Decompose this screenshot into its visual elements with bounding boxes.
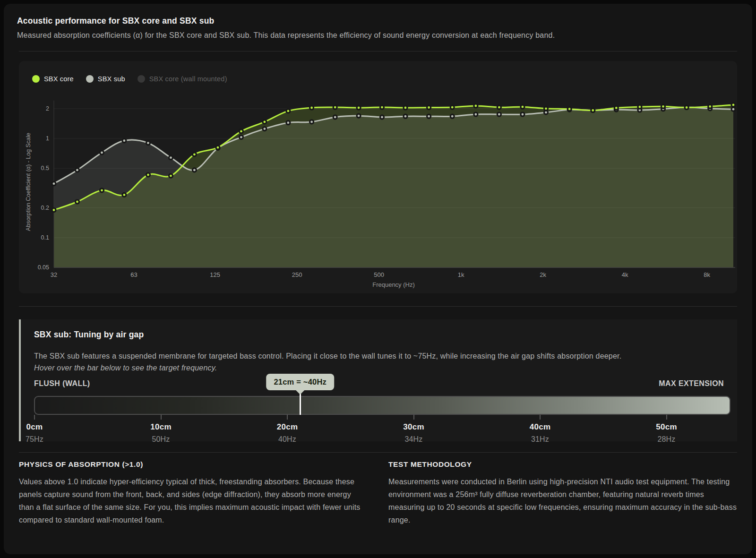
point-sbx-core[interactable]: [731, 103, 735, 107]
point-sbx-core[interactable]: [708, 104, 712, 108]
point-sbx-sub[interactable]: [263, 127, 266, 131]
point-sbx-core[interactable]: [357, 106, 361, 110]
point-sbx-sub[interactable]: [333, 115, 337, 119]
point-sbx-sub[interactable]: [521, 112, 524, 116]
point-sbx-core[interactable]: [286, 109, 290, 113]
scale-hz-label: 50Hz: [150, 435, 172, 444]
scale-tick: [666, 415, 667, 420]
legend-label: SBX core: [44, 75, 74, 83]
point-sbx-core[interactable]: [450, 105, 454, 109]
point-sbx-core[interactable]: [614, 106, 618, 110]
legend-label: SBX sub: [98, 75, 125, 83]
page-subtitle: Measured absorption coefficients (α) for…: [17, 31, 739, 40]
legend-label: SBX core (wall mounted): [149, 75, 227, 83]
scale-cm-label: 30cm: [403, 422, 424, 432]
point-sbx-sub[interactable]: [310, 120, 314, 124]
point-sbx-sub[interactable]: [146, 141, 150, 145]
point-sbx-core[interactable]: [638, 105, 642, 109]
scale-hz-label: 31Hz: [530, 435, 551, 444]
air-gap-bar-wrap: 21cm = ~40Hz: [34, 396, 724, 415]
area-sbx-sub: [54, 107, 733, 267]
x-tick-label: 125: [210, 271, 220, 278]
point-sbx-core[interactable]: [497, 105, 501, 109]
methodology-column: TEST METHODOLOGY Measurements were condu…: [388, 460, 737, 526]
point-sbx-sub[interactable]: [731, 107, 735, 111]
methodology-heading: TEST METHODOLOGY: [388, 460, 737, 469]
absorption-chart: 210.50.20.10.0532631252505001k2k4k8kFreq…: [19, 92, 741, 293]
legend-item-sbx-sub[interactable]: SBX sub: [86, 75, 125, 83]
point-sbx-sub[interactable]: [192, 168, 196, 172]
air-gap-slider: FLUSH (WALL) MAX EXTENSION 21cm = ~40Hz …: [34, 379, 724, 442]
point-sbx-core[interactable]: [404, 106, 407, 110]
x-tick-label: 8k: [704, 271, 710, 278]
point-sbx-core[interactable]: [76, 200, 79, 204]
point-sbx-core[interactable]: [100, 189, 104, 192]
y-tick-label: 1: [46, 135, 49, 142]
point-sbx-core[interactable]: [146, 173, 150, 177]
air-gap-tooltip: 21cm = ~40Hz: [266, 374, 334, 390]
physics-column: PHYSICS OF ABSORPTION (>1.0) Values abov…: [19, 460, 368, 526]
point-sbx-core[interactable]: [567, 107, 571, 111]
point-sbx-core[interactable]: [685, 106, 688, 110]
point-sbx-core[interactable]: [52, 208, 56, 212]
point-sbx-sub[interactable]: [497, 112, 501, 116]
point-sbx-sub[interactable]: [427, 114, 431, 118]
point-sbx-sub[interactable]: [474, 112, 478, 116]
point-sbx-core[interactable]: [216, 146, 220, 149]
point-sbx-sub[interactable]: [357, 114, 361, 118]
point-sbx-core[interactable]: [240, 129, 243, 133]
x-tick-label: 2k: [540, 271, 546, 278]
absorption-chart-panel: SBX core SBX sub SBX core (wall mounted)…: [19, 61, 737, 293]
point-sbx-core[interactable]: [380, 105, 384, 109]
point-sbx-core[interactable]: [521, 105, 524, 109]
point-sbx-sub[interactable]: [286, 121, 290, 125]
point-sbx-sub[interactable]: [404, 114, 407, 118]
tuning-heading: SBX sub: Tuning by air gap: [34, 330, 724, 340]
y-tick-label: 0.1: [41, 234, 49, 241]
point-sbx-core[interactable]: [474, 104, 478, 108]
methodology-body: Measurements were conducted in Berlin us…: [388, 475, 737, 526]
point-sbx-core[interactable]: [427, 106, 431, 110]
y-tick-label: 0.5: [41, 165, 49, 172]
point-sbx-core[interactable]: [662, 104, 665, 108]
point-sbx-core[interactable]: [310, 106, 314, 110]
point-sbx-sub[interactable]: [169, 156, 173, 160]
scale-mark-30cm: 30cm34Hz: [403, 422, 424, 444]
scale-cm-label: 50cm: [656, 422, 677, 432]
x-tick-label: 1k: [458, 271, 464, 278]
point-sbx-sub[interactable]: [240, 135, 243, 139]
point-sbx-sub[interactable]: [100, 151, 104, 155]
scale-mark-20cm: 20cm40Hz: [277, 422, 298, 444]
point-sbx-core[interactable]: [544, 107, 548, 111]
point-sbx-sub[interactable]: [122, 139, 126, 143]
x-tick-label: 63: [130, 271, 137, 278]
point-sbx-core[interactable]: [192, 153, 196, 156]
tuning-hover-hint: Hover over the bar below to see the targ…: [34, 362, 724, 374]
point-sbx-core[interactable]: [263, 120, 266, 124]
scale-cm-label: 20cm: [277, 422, 298, 432]
legend-item-sbx-core-wall-mounted[interactable]: SBX core (wall mounted): [137, 75, 227, 83]
point-sbx-core[interactable]: [169, 174, 173, 178]
scale-hz-label: 40Hz: [277, 435, 298, 444]
x-tick-label: 4k: [622, 271, 628, 278]
info-columns: PHYSICS OF ABSORPTION (>1.0) Values abov…: [19, 452, 737, 526]
point-sbx-sub[interactable]: [450, 114, 454, 118]
chart-legend: SBX core SBX sub SBX core (wall mounted): [32, 74, 737, 84]
legend-item-sbx-core[interactable]: SBX core: [32, 75, 74, 83]
legend-dot-icon: [86, 75, 94, 83]
point-sbx-core[interactable]: [591, 109, 595, 112]
point-sbx-sub[interactable]: [76, 168, 79, 172]
y-axis-title: Absorption Coefficient (α) - Log Scale: [25, 133, 32, 231]
physics-body: Values above 1.0 indicate hyper-efficien…: [19, 475, 368, 526]
scale-tick: [161, 415, 162, 420]
air-gap-gradient-bar[interactable]: [34, 396, 730, 415]
scale-hz-label: 75Hz: [26, 435, 43, 444]
point-sbx-core[interactable]: [333, 105, 337, 109]
scale-tick: [287, 415, 288, 420]
point-sbx-core[interactable]: [122, 193, 126, 197]
max-extension-label: MAX EXTENSION: [659, 379, 724, 389]
point-sbx-sub[interactable]: [52, 182, 56, 186]
point-sbx-sub[interactable]: [380, 115, 384, 119]
section-divider: [19, 306, 737, 307]
x-tick-label: 32: [51, 271, 57, 278]
